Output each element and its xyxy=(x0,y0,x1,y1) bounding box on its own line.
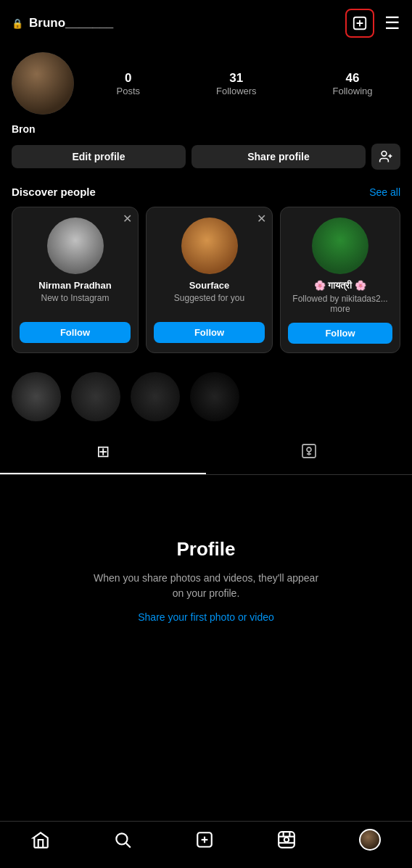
tab-grid[interactable]: ⊞ xyxy=(0,434,206,474)
person-avatar-1 xyxy=(47,218,104,274)
discover-header: Discover people See all xyxy=(12,186,400,198)
highlight-3[interactable] xyxy=(131,372,180,425)
empty-profile-state: Profile When you share photos and videos… xyxy=(0,475,412,664)
add-person-button[interactable] xyxy=(371,144,400,170)
bottom-nav xyxy=(0,821,412,868)
person-sub-1: New to Instagram xyxy=(41,293,109,315)
highlight-1[interactable] xyxy=(12,372,61,425)
svg-rect-14 xyxy=(279,832,294,848)
add-person-icon xyxy=(379,149,393,164)
username-header: 🔒 Bruno_______ xyxy=(12,16,113,30)
nav-search[interactable] xyxy=(113,830,132,849)
person-name-2: Sourface xyxy=(189,280,230,291)
person-avatar-2 xyxy=(181,218,238,274)
search-icon xyxy=(113,830,132,849)
top-bar-actions: ☰ xyxy=(345,9,400,38)
discover-title: Discover people xyxy=(12,186,96,198)
home-icon xyxy=(31,830,50,849)
person-card-2: ✕ Sourface Suggested for you Follow xyxy=(146,207,273,353)
person-card-3: 🌸 गायत्री 🌸 Followed by nikitadas2... mo… xyxy=(280,207,400,353)
post-tabs: ⊞ xyxy=(0,434,412,475)
profile-info-row: 0 Posts 31 Followers 46 Following xyxy=(12,52,400,115)
svg-point-7 xyxy=(307,447,311,452)
nav-reels[interactable] xyxy=(277,830,296,849)
empty-title: Profile xyxy=(177,538,236,561)
empty-description: When you share photos and videos, they'l… xyxy=(90,571,322,601)
people-scroll: ✕ Nirman Pradhan New to Instagram Follow… xyxy=(12,207,400,356)
create-icon xyxy=(195,830,214,849)
person-name-1: Nirman Pradhan xyxy=(38,280,111,291)
follow-button-3[interactable]: Follow xyxy=(288,323,392,344)
highlights-row xyxy=(0,360,412,431)
grid-icon: ⊞ xyxy=(96,442,110,464)
display-name: Bron xyxy=(12,123,400,135)
svg-point-15 xyxy=(284,838,289,843)
highlight-2[interactable] xyxy=(71,372,120,425)
share-first-photo-link[interactable]: Share your first photo or video xyxy=(138,611,274,623)
followers-stat[interactable]: 31 Followers xyxy=(216,71,257,96)
bottom-nav-wrap xyxy=(0,862,412,868)
avatar-image xyxy=(12,52,74,115)
top-bar: 🔒 Bruno_______ ☰ xyxy=(0,0,412,46)
tab-tagged[interactable] xyxy=(206,434,412,474)
share-profile-button[interactable]: Share profile xyxy=(191,145,366,168)
close-card-1[interactable]: ✕ xyxy=(123,213,132,225)
nav-home[interactable] xyxy=(31,830,50,849)
svg-rect-6 xyxy=(302,445,316,458)
svg-point-9 xyxy=(117,833,128,844)
person-name-3: 🌸 गायत्री 🌸 xyxy=(314,280,366,292)
close-card-2[interactable]: ✕ xyxy=(257,213,266,225)
highlight-circle-2 xyxy=(71,372,120,421)
edit-profile-button[interactable]: Edit profile xyxy=(12,145,186,168)
plus-square-icon xyxy=(352,15,368,31)
person-sub-3: Followed by nikitadas2... more xyxy=(288,294,392,315)
svg-line-10 xyxy=(126,843,131,848)
following-stat[interactable]: 46 Following xyxy=(333,71,373,96)
person-avatar-3 xyxy=(312,218,368,274)
nav-profile[interactable] xyxy=(359,829,381,851)
discover-section: Discover people See all ✕ Nirman Pradhan… xyxy=(0,178,412,360)
svg-point-3 xyxy=(382,152,387,157)
stats-row: 0 Posts 31 Followers 46 Following xyxy=(88,71,400,96)
lock-icon: 🔒 xyxy=(12,18,23,29)
highlight-circle-1 xyxy=(12,372,61,421)
posts-stat: 0 Posts xyxy=(116,71,140,96)
avatar xyxy=(12,52,74,115)
person-card-1: ✕ Nirman Pradhan New to Instagram Follow xyxy=(12,207,139,353)
nav-create[interactable] xyxy=(195,830,214,849)
highlight-circle-4 xyxy=(190,372,239,421)
nav-avatar xyxy=(359,829,381,851)
see-all-link[interactable]: See all xyxy=(369,186,400,198)
person-sub-2: Suggested for you xyxy=(174,293,244,315)
tagged-icon xyxy=(300,442,318,464)
highlight-4[interactable] xyxy=(190,372,239,425)
add-post-button[interactable] xyxy=(345,9,374,38)
highlight-circle-3 xyxy=(131,372,180,421)
follow-button-1[interactable]: Follow xyxy=(20,322,131,343)
menu-icon[interactable]: ☰ xyxy=(384,13,400,33)
profile-section: 0 Posts 31 Followers 46 Following Bron E… xyxy=(0,46,412,178)
follow-button-2[interactable]: Follow xyxy=(154,322,265,343)
action-buttons: Edit profile Share profile xyxy=(12,144,400,170)
reels-icon xyxy=(277,830,296,849)
